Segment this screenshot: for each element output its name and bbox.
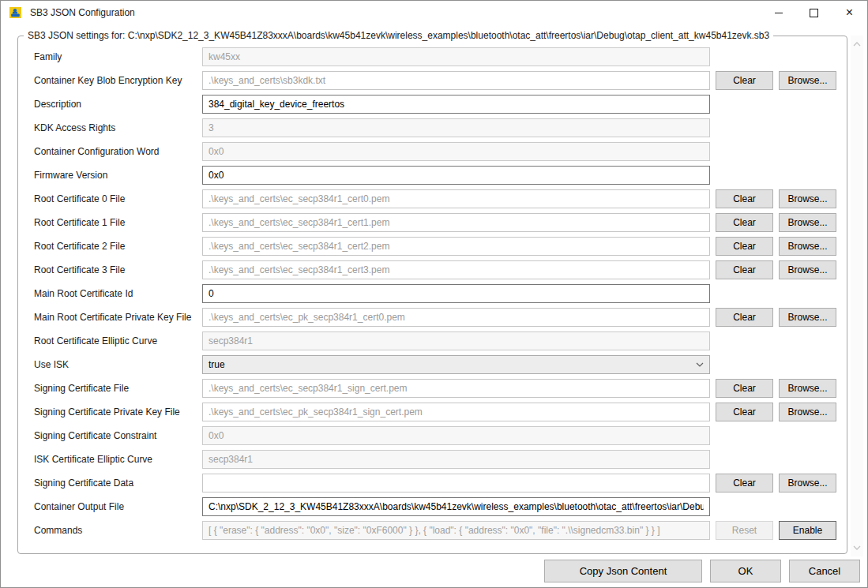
form-row: Main Root Certificate Id — [34, 282, 847, 305]
clear-button[interactable]: Clear — [716, 379, 773, 398]
field-label: Description — [34, 99, 202, 110]
row-buttons: ClearBrowse... — [716, 379, 842, 398]
text-input[interactable] — [202, 95, 710, 114]
readonly-input — [202, 142, 710, 161]
form-row: Root Certificate 0 FileClearBrowse... — [34, 187, 847, 211]
field-label: Main Root Certificate Private Key File — [34, 312, 202, 323]
field-label: Root Certificate Elliptic Curve — [34, 335, 202, 346]
browse-button[interactable]: Browse... — [779, 308, 836, 327]
row-buttons: ClearBrowse... — [716, 213, 842, 232]
maximize-button[interactable] — [796, 1, 832, 24]
clear-button[interactable]: Clear — [716, 474, 773, 492]
close-icon: × — [846, 6, 853, 19]
row-buttons: ClearBrowse... — [716, 474, 842, 492]
row-buttons: ClearBrowse... — [716, 71, 842, 90]
clear-button[interactable]: Clear — [716, 213, 773, 232]
field-label: Container Output File — [34, 501, 202, 512]
footer-buttons: Copy Json Content OK Cancel — [1, 560, 860, 582]
field-label: Root Certificate 0 File — [34, 193, 202, 204]
field-label: Signing Certificate Data — [34, 478, 202, 489]
readonly-input — [202, 71, 710, 90]
maximize-icon — [810, 9, 818, 17]
text-input[interactable] — [202, 497, 710, 516]
readonly-input — [202, 189, 710, 208]
field-label: Family — [34, 51, 202, 62]
form-row: Signing Certificate Private Key FileClea… — [34, 400, 847, 424]
browse-button[interactable]: Browse... — [779, 260, 836, 279]
form-row: Container Configuration Word — [34, 140, 847, 163]
form-row: Signing Certificate FileClearBrowse... — [34, 376, 847, 400]
field-label: Container Key Blob Encryption Key — [34, 75, 202, 86]
group-legend: SB3 JSON settings for: C:\nxp\SDK2_12_3_… — [24, 30, 773, 41]
form-row: KDK Access Rights — [34, 116, 847, 140]
scrollbar[interactable] — [851, 36, 863, 556]
clear-button[interactable]: Clear — [716, 237, 773, 256]
form-row: Main Root Certificate Private Key FileCl… — [34, 305, 847, 329]
browse-button[interactable]: Browse... — [779, 474, 836, 492]
browse-button[interactable]: Browse... — [779, 379, 836, 398]
minimize-button[interactable] — [761, 1, 796, 24]
window-title: SB3 JSON Configuration — [30, 7, 135, 18]
readonly-input — [202, 379, 710, 398]
browse-button[interactable]: Browse... — [779, 71, 836, 90]
form-row: Description — [34, 92, 847, 116]
form-row: Root Certificate 1 FileClearBrowse... — [34, 211, 847, 234]
readonly-input — [202, 450, 710, 469]
copy-json-button[interactable]: Copy Json Content — [544, 560, 702, 582]
field-label: Signing Certificate Constraint — [34, 430, 202, 441]
browse-button[interactable]: Browse... — [779, 237, 836, 256]
close-button[interactable]: × — [832, 1, 867, 24]
chevron-down-icon — [696, 362, 704, 367]
field-label: Root Certificate 2 File — [34, 241, 202, 252]
form-row: Container Key Blob Encryption KeyClearBr… — [34, 69, 847, 92]
form-row: Family — [34, 45, 847, 69]
form-row: Signing Certificate DataClearBrowse... — [34, 471, 847, 495]
field-label: Container Configuration Word — [34, 146, 202, 157]
readonly-input — [202, 213, 710, 232]
row-buttons: ClearBrowse... — [716, 237, 842, 256]
text-input[interactable] — [202, 284, 710, 303]
field-label: Commands — [34, 525, 202, 536]
row-buttons: ClearBrowse... — [716, 403, 842, 421]
form-row: Root Certificate 3 FileClearBrowse... — [34, 258, 847, 282]
clear-button[interactable]: Clear — [716, 71, 773, 90]
scroll-up-icon[interactable] — [853, 42, 861, 47]
dropdown-value: true — [209, 359, 225, 370]
readonly-input — [202, 474, 710, 492]
browse-button[interactable]: Browse... — [779, 213, 836, 232]
field-label: Root Certificate 1 File — [34, 217, 202, 228]
form-row: ISK Certificate Elliptic Curve — [34, 448, 847, 471]
readonly-input — [202, 331, 710, 350]
readonly-input — [202, 237, 710, 256]
readonly-input — [202, 47, 710, 66]
clear-button[interactable]: Clear — [716, 403, 773, 421]
clear-button[interactable]: Clear — [716, 189, 773, 208]
enable-button[interactable]: Enable — [779, 521, 836, 540]
form-row: CommandsResetEnable — [34, 519, 847, 542]
use-isk-dropdown[interactable]: true — [202, 355, 710, 374]
text-input[interactable] — [202, 166, 710, 185]
settings-group: SB3 JSON settings for: C:\nxp\SDK2_12_3_… — [17, 30, 847, 554]
field-label: Main Root Certificate Id — [34, 288, 202, 299]
scroll-down-icon[interactable] — [853, 545, 861, 550]
field-label: Use ISK — [34, 359, 202, 370]
readonly-input — [202, 521, 710, 540]
field-label: Root Certificate 3 File — [34, 264, 202, 275]
readonly-input — [202, 403, 710, 421]
cancel-button[interactable]: Cancel — [789, 560, 860, 582]
field-label: Signing Certificate File — [34, 383, 202, 394]
readonly-input — [202, 308, 710, 327]
browse-button[interactable]: Browse... — [779, 403, 836, 421]
ok-button[interactable]: OK — [710, 560, 781, 582]
app-icon-glyph — [9, 6, 23, 20]
clear-button[interactable]: Clear — [716, 260, 773, 279]
minimize-icon — [775, 13, 783, 13]
field-label: KDK Access Rights — [34, 122, 202, 133]
readonly-input — [202, 118, 710, 137]
clear-button[interactable]: Clear — [716, 308, 773, 327]
row-buttons: ResetEnable — [716, 521, 842, 540]
row-buttons: ClearBrowse... — [716, 260, 842, 279]
app-icon — [9, 6, 23, 20]
browse-button[interactable]: Browse... — [779, 189, 836, 208]
form-row: Root Certificate 2 FileClearBrowse... — [34, 234, 847, 258]
